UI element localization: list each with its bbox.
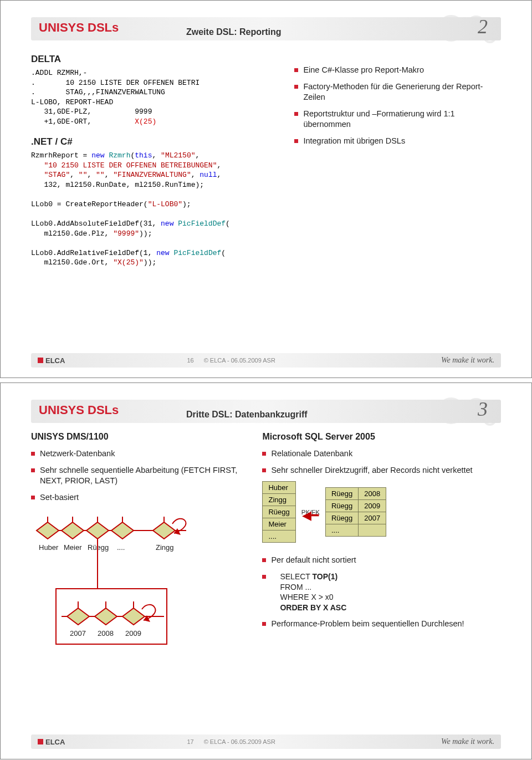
bullet-item: Relationale Datenbank <box>262 448 501 460</box>
set-year: 2009 <box>125 629 141 637</box>
bullet-item: Netzwerk-Datenbank <box>31 448 251 460</box>
bullet-item: Sehr schnelle sequentielle Abarbeitung (… <box>31 465 251 487</box>
table-row: Rüegg2009 <box>325 500 386 512</box>
svg-marker-22 <box>95 608 117 625</box>
bullet-item: Reportstruktur und –Formatierung wird 1:… <box>294 109 501 130</box>
svg-marker-11 <box>153 522 175 539</box>
slide-number-glyph: 3 <box>478 397 488 421</box>
bullet-item: Eine C#-Klasse pro Report-Makro <box>294 65 501 76</box>
svg-marker-10 <box>111 522 134 539</box>
left-header: UNISYS DMS/1100 <box>31 432 251 442</box>
footer-copy: © ELCA - 06.05.2009 ASR <box>204 738 275 745</box>
sql-snippet: SELECT TOP(1) FROM ... WHERE X > x0 ORDE… <box>280 572 501 614</box>
bullet-item: Sehr schneller Direktzugriff, aber Recor… <box>262 465 501 476</box>
footer-bar: ELCA 17 © ELCA - 06.05.2009 ASR We make … <box>31 735 501 749</box>
delta-label: DELTA <box>31 54 283 65</box>
table-row: Zingg <box>263 494 295 506</box>
footer-page: 16 <box>187 357 193 364</box>
network-db-svg: Huber Meier Rüegg .... Zingg <box>31 508 197 686</box>
content-columns: UNISYS DMS/1100 Netzwerk-Datenbank Sehr … <box>31 432 501 635</box>
title-bar: UNISYS DSLs Dritte DSL: Datenbankzugriff… <box>31 400 501 423</box>
svg-marker-7 <box>37 522 59 539</box>
table-right: Rüegg2008 Rüegg2009 Rüegg2007 .... <box>325 487 386 537</box>
slide-title: UNISYS DSLs <box>39 21 119 34</box>
footer-bar: ELCA 16 © ELCA - 06.05.2009 ASR We make … <box>31 353 501 368</box>
table-row: Rüegg2007 <box>325 512 386 524</box>
table-left: Huber Zingg Rüegg Meier .... <box>262 481 295 543</box>
bullet-list: Eine C#-Klasse pro Report-Makro Factory-… <box>294 65 501 146</box>
set-year: 2007 <box>70 629 86 637</box>
table-row: Huber <box>263 482 295 494</box>
elca-text: ELCA <box>45 738 65 746</box>
slide-2: UNISYS DSLs Dritte DSL: Datenbankzugriff… <box>0 382 532 759</box>
right-column: Eine C#-Klasse pro Report-Makro Factory-… <box>294 49 501 268</box>
svg-marker-21 <box>67 608 89 625</box>
net-label: .NET / C# <box>31 136 283 147</box>
right-lower-bullets: Per default nicht sortiert SELECT TOP(1)… <box>262 555 501 630</box>
footer-tagline: We make it work. <box>441 737 494 746</box>
elca-logo-icon <box>38 358 43 363</box>
table-row: Meier <box>263 518 295 531</box>
svg-marker-12 <box>174 528 181 535</box>
table-row: .... <box>263 531 295 543</box>
network-db-diagram: Huber Meier Rüegg .... Zingg <box>31 508 197 619</box>
svg-marker-23 <box>122 608 145 625</box>
elca-text: ELCA <box>45 356 65 365</box>
bullet-item: Integration mit übrigen DSLs <box>294 136 501 147</box>
set-label: Rüegg <box>88 543 109 552</box>
footer-page: 17 <box>187 738 193 745</box>
table-row: .... <box>325 524 386 537</box>
table-row: Rüegg <box>263 506 295 518</box>
slide-subtitle: Zweite DSL: Reporting <box>186 27 282 37</box>
footer-copy: © ELCA - 06.05.2009 ASR <box>204 357 275 364</box>
pkfk-link: PK/FK ◀━ <box>300 509 321 516</box>
right-column: Microsoft SQL Server 2005 Relationale Da… <box>262 432 501 635</box>
net-code: RzmrhReport = new Rzmrh(this, "ML2150", … <box>31 151 283 268</box>
set-label: Huber <box>39 543 59 552</box>
bullet-item: Factory-Methoden für die Generierung der… <box>294 81 501 103</box>
left-column: DELTA .ADDL RZMRH,- . 10 2150 LISTE DER … <box>31 49 283 268</box>
title-bar: UNISYS DSLs Zweite DSL: Reporting 2 <box>31 17 501 40</box>
footer-tagline: We make it work. <box>441 356 494 365</box>
slide-title: UNISYS DSLs <box>39 403 119 417</box>
set-year: 2008 <box>98 629 114 637</box>
relational-tables: Huber Zingg Rüegg Meier .... PK/FK ◀━ Rü… <box>262 481 501 543</box>
svg-marker-8 <box>62 522 84 539</box>
left-column: UNISYS DMS/1100 Netzwerk-Datenbank Sehr … <box>31 432 251 635</box>
set-label: Zingg <box>156 543 174 552</box>
elca-logo-icon <box>38 739 43 744</box>
bullet-item: SELECT TOP(1) FROM ... WHERE X > x0 ORDE… <box>262 572 501 614</box>
content-columns: DELTA .ADDL RZMRH,- . 10 2150 LISTE DER … <box>31 49 501 268</box>
slide-1: UNISYS DSLs Zweite DSL: Reporting 2 DELT… <box>0 0 532 378</box>
right-bullet-list: Relationale Datenbank Sehr schneller Dir… <box>262 448 501 476</box>
bullet-item: Per default nicht sortiert <box>262 555 501 566</box>
delta-code: .ADDL RZMRH,- . 10 2150 LISTE DER OFFENE… <box>31 68 283 126</box>
left-bullet-list: Netzwerk-Datenbank Sehr schnelle sequent… <box>31 448 251 503</box>
slide-subtitle: Dritte DSL: Datenbankzugriff <box>186 410 308 420</box>
slide-number-glyph: 2 <box>478 15 488 38</box>
table-row: Rüegg2008 <box>325 488 386 500</box>
svg-marker-9 <box>86 522 109 539</box>
right-header: Microsoft SQL Server 2005 <box>262 432 501 442</box>
set-label: .... <box>117 543 125 552</box>
set-label: Meier <box>64 543 82 552</box>
bullet-item: Performance-Problem beim sequentiellen D… <box>262 619 501 630</box>
bullet-item: Set-basiert <box>31 492 251 503</box>
